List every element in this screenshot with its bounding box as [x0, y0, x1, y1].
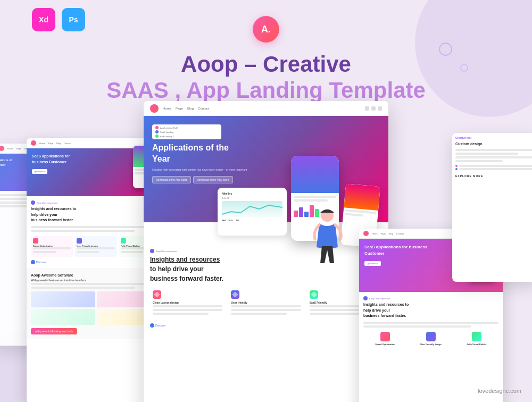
- cl-feat1-icon: [33, 238, 38, 244]
- dash-stats: SEP 36.2+ 165: [222, 219, 282, 222]
- person-svg: [309, 205, 346, 274]
- dash-stat2: 36.2+: [228, 219, 234, 222]
- fr-bullet2: [455, 168, 532, 170]
- fr-bullets: [455, 165, 532, 170]
- cl-f1l1: [33, 247, 71, 249]
- header: A. Aoop – Creative SAAS , App Landing Te…: [0, 16, 532, 103]
- center-nav-home: Home: [163, 107, 171, 110]
- far-right-content: Creative tool Custom design EXPLORE MORE: [452, 133, 532, 181]
- cl-screenshots-grid: [31, 291, 161, 325]
- cl-section-label: Easy User experience: [31, 200, 161, 205]
- cp-line1: [294, 196, 336, 198]
- center-features-section: Easy User experience Insights and resour…: [144, 241, 388, 336]
- fr-bullet2-dot: [455, 168, 458, 170]
- dropdown-item2: SaaS Landing: [155, 130, 218, 133]
- cl-f2l1: [77, 247, 114, 249]
- center-label-text: Easy User experience: [156, 250, 177, 253]
- mockups-container: Home Page Blog 🛒 ations ofYear: [0, 101, 532, 402]
- fr-b2-text: [459, 168, 532, 170]
- mockup-center: Home Page Blog Contact App Landing (Hub): [144, 101, 388, 402]
- center-insights-title: Insights and resourcesto help drive your…: [150, 255, 382, 283]
- fr-l2: [455, 153, 518, 155]
- cl-logo: [31, 140, 36, 146]
- cl-features-row: Speed Optimization User Friendly design …: [31, 236, 161, 257]
- cr-feat3-label: Fully Visual Builder: [455, 343, 498, 346]
- center-nav-icons: [365, 106, 382, 111]
- cr-logo: [363, 231, 369, 236]
- fr-l4: [455, 160, 503, 162]
- cl-nav4: Contact: [64, 142, 71, 145]
- cf1l2: [153, 309, 222, 311]
- center-logo: [150, 104, 159, 113]
- cl-feat2: User Friendly design: [74, 236, 117, 257]
- dash-title: Nike Inc: [222, 192, 282, 195]
- cr-ins-l1: [363, 322, 498, 324]
- cr-feat2: User Friendly design: [409, 332, 453, 346]
- cr-ins-l2: [363, 325, 471, 328]
- cr-feat-row: Speed Optimization User Friendly design …: [363, 332, 498, 346]
- cl-sc1: [31, 291, 95, 307]
- d-dot2: [155, 130, 159, 133]
- cr-nav1: Home: [372, 232, 378, 235]
- feat2-diamond: [232, 291, 238, 297]
- dashboard-card: Nike Inc A 34.21 SEP 36.2+ 165: [218, 188, 287, 236]
- center-discover-link[interactable]: Discover: [150, 323, 382, 328]
- fr-l1: [455, 149, 532, 151]
- dash-stat1: SEP: [222, 219, 226, 222]
- cr-section-label: Easy User experience: [363, 296, 498, 300]
- center-feat1-icon: [153, 290, 161, 299]
- mock-nav-link: Home: [7, 147, 13, 150]
- cr-feat1: Speed Optimization: [363, 332, 407, 346]
- dash-stat3: 165: [236, 219, 239, 222]
- cl-nav1: Home: [39, 142, 45, 145]
- cl-sw-line2: [31, 287, 135, 289]
- cl-discover-dot: [31, 260, 35, 264]
- center-phone2-screen: [344, 183, 380, 210]
- cl-discover-link[interactable]: Discover: [31, 260, 161, 264]
- cr-insights-title: Insights and resources tohelp drive your…: [363, 302, 498, 319]
- cp-bar3: [304, 212, 309, 217]
- far-right-explore[interactable]: EXPLORE MORE: [455, 174, 532, 178]
- center-feat-cards: Clean Layout design User friendly: [150, 288, 382, 319]
- cr-label-dot: [363, 296, 368, 300]
- center-label-dot: [150, 249, 154, 253]
- center-menu-icon: [378, 106, 382, 111]
- cf2l3: [231, 313, 287, 315]
- center-nav: Home Page Blog Contact: [144, 101, 388, 116]
- cl-feat1-name: Speed Optimization: [33, 245, 71, 247]
- cf2l2: [231, 309, 301, 311]
- cl-insights-title: Insights and resources tohelp drive your…: [31, 206, 161, 223]
- dropdown-item3: App Landing 2: [155, 135, 218, 138]
- cp2-line2: [345, 213, 364, 216]
- feat3-diamond: [311, 291, 317, 297]
- center-feat1: Clean Layout design: [150, 288, 225, 319]
- cr-hero-title: SaaS applications for business Customer: [364, 244, 428, 257]
- main-subtitle: SAAS , App Landing Template: [106, 78, 426, 103]
- center-nav-contact: Contact: [198, 107, 209, 110]
- center-hero-phones: Nike Inc A 34.21 SEP 36.2+ 165: [218, 156, 378, 241]
- fr-bullet1: [455, 165, 532, 167]
- center-discover-dot: [150, 323, 154, 328]
- cf3l3: [310, 313, 365, 315]
- center-search-icon: [371, 106, 376, 111]
- cp-bar1: [294, 211, 298, 217]
- cr-nav4: Contact: [396, 232, 404, 235]
- cp-line2: [294, 199, 328, 202]
- cl-feat3-icon: [121, 238, 126, 244]
- cl-cta-btn[interactable]: with powerful development tools: [31, 328, 77, 334]
- cr-feat1-label: Speed Optimization: [363, 343, 407, 346]
- cl-f1l2: [33, 251, 56, 253]
- cf1l3: [153, 313, 209, 315]
- far-right-title: Custom design: [455, 141, 532, 147]
- cl-ins-line1: [31, 226, 161, 228]
- cr-feat3: Fully Visual Builder: [455, 332, 498, 346]
- center-appstore-btn[interactable]: Download in the App Store: [152, 176, 191, 183]
- cr-hero-btn[interactable]: get started: [364, 261, 381, 266]
- center-feat1-name: Clean Layout design: [153, 301, 222, 304]
- center-dropdown[interactable]: App Landing (Hub) SaaS Landing App Landi…: [152, 124, 221, 139]
- cl-feat2-name: User Friendly design: [77, 245, 114, 247]
- cr-nav3: Blog: [389, 232, 393, 235]
- mockup-far-right: Creative tool Custom design EXPLORE MORE: [452, 133, 532, 282]
- cr-feat3-icon: [472, 332, 481, 341]
- cl-powerful-title: With powerful features on intuitive inte…: [31, 279, 161, 282]
